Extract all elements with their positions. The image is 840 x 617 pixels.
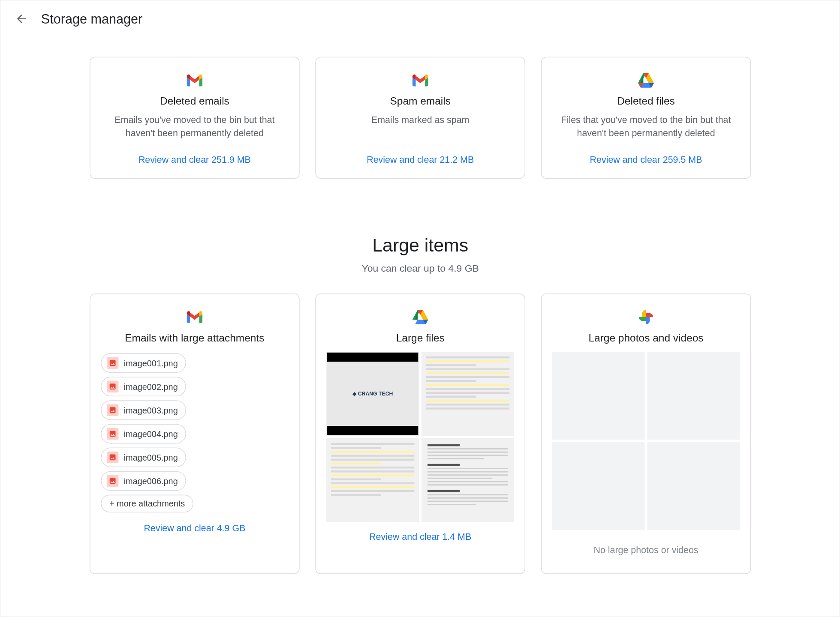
card-deleted-emails: Deleted emails Emails you've moved to th… (90, 57, 300, 179)
chip-label: image001.png (124, 358, 178, 368)
card-spam-emails: Spam emails Emails marked as spam Review… (315, 57, 525, 179)
card-large-attachments: Emails with large attachments image001.p… (90, 294, 300, 574)
review-clear-link[interactable]: Review and clear 4.9 GB (144, 523, 245, 533)
photo-placeholder (552, 442, 645, 530)
image-icon (107, 404, 119, 416)
image-icon (107, 428, 119, 440)
drive-icon (638, 72, 654, 89)
chip-label: image003.png (124, 405, 178, 415)
photo-placeholder (647, 352, 740, 440)
review-clear-link[interactable]: Review and clear 21.2 MB (367, 155, 474, 165)
gmail-icon (412, 72, 428, 89)
empty-state-text: No large photos or videos (593, 545, 698, 555)
review-clear-link[interactable]: Review and clear 1.4 MB (369, 531, 471, 542)
image-icon (107, 357, 119, 369)
chip-label: image006.png (124, 476, 178, 486)
card-deleted-files: Deleted files Files that you've moved to… (541, 57, 751, 179)
image-icon (107, 475, 119, 487)
review-clear-link[interactable]: Review and clear 259.5 MB (590, 155, 702, 165)
chip-label: image002.png (124, 382, 178, 392)
arrow-left-icon (15, 12, 28, 26)
attachment-chip[interactable]: image003.png (101, 400, 187, 420)
card-title: Emails with large attachments (125, 332, 264, 344)
image-icon (107, 380, 119, 392)
card-title: Large photos and videos (588, 332, 703, 344)
more-attachments-chip[interactable]: + more attachments (101, 495, 193, 512)
section-subtitle: You can clear up to 4.9 GB (86, 263, 755, 274)
file-thumbnail[interactable] (422, 352, 514, 436)
attachment-chip[interactable]: image002.png (101, 377, 187, 396)
chip-label: image004.png (124, 429, 178, 439)
photo-placeholder (647, 442, 740, 530)
review-clear-link[interactable]: Review and clear 251.9 MB (138, 155, 251, 165)
photo-placeholder (552, 352, 645, 440)
gmail-icon (187, 308, 203, 326)
card-large-photos: Large photos and videos No large photos … (541, 294, 751, 574)
card-desc: Emails marked as spam (371, 114, 470, 140)
card-title: Deleted emails (160, 96, 229, 108)
gmail-icon (187, 72, 203, 89)
file-thumbnail[interactable]: ◆ CRANG TECH (326, 352, 419, 436)
image-icon (107, 452, 119, 464)
file-thumbnail[interactable] (422, 438, 514, 522)
section-title: Large items (86, 235, 755, 256)
attachment-chip[interactable]: image006.png (101, 471, 187, 491)
chip-label: image005.png (124, 452, 178, 462)
page-title: Storage manager (41, 11, 142, 26)
card-desc: Files that you've moved to the bin but t… (552, 114, 740, 140)
card-title: Deleted files (617, 96, 675, 108)
card-title: Large files (396, 332, 445, 344)
drive-icon (412, 308, 428, 326)
back-button[interactable] (14, 11, 30, 27)
attachment-chip[interactable]: image001.png (101, 353, 187, 373)
attachment-chip[interactable]: image005.png (101, 447, 187, 467)
card-desc: Emails you've moved to the bin but that … (101, 114, 289, 140)
attachment-chip[interactable]: image004.png (101, 424, 187, 443)
chip-label: + more attachments (109, 499, 185, 509)
file-thumbnail[interactable] (326, 438, 419, 522)
photos-icon (638, 308, 654, 326)
card-title: Spam emails (390, 96, 451, 108)
card-large-files: Large files ◆ CRANG TECH (315, 294, 525, 574)
